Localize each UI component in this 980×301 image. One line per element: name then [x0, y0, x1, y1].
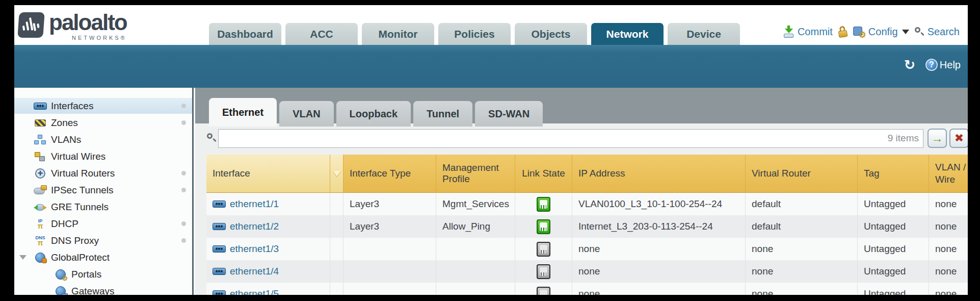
commit-button[interactable]: Commit	[783, 26, 833, 38]
sidebar-item-gateways[interactable]: Gateways	[14, 283, 192, 295]
dns-proxy-icon: DNSπ	[34, 235, 47, 246]
commit-label: Commit	[798, 26, 833, 38]
sidebar-item-ipsec-tunnels[interactable]: IPSec Tunnels	[14, 182, 192, 198]
interface-link[interactable]: ♠♠♠ethernet1/3	[213, 243, 279, 255]
sidebar-item-portals[interactable]: ⚙ Portals	[14, 266, 192, 282]
sort-triangle-icon	[333, 171, 341, 177]
sidebar-item-label: Zones	[51, 117, 78, 129]
sidebar-item-label: Virtual Routers	[51, 168, 115, 179]
ip-address-cell: none	[572, 238, 746, 260]
tab-loopback[interactable]: Loopback	[336, 101, 411, 127]
tab-device[interactable]: Device	[668, 23, 740, 45]
column-header-ip-address[interactable]: IP Address	[572, 155, 746, 193]
virtual-router-cell: default	[746, 215, 858, 238]
refresh-icon[interactable]: ↻	[904, 58, 915, 71]
sidebar-item-vlans[interactable]: VLANs	[14, 132, 192, 147]
sidebar-item-zones[interactable]: Zones	[14, 115, 192, 131]
ethernet-port-icon: ♠♠♠	[213, 200, 226, 208]
tag-cell: Untagged	[858, 283, 929, 295]
link-up-icon	[537, 219, 550, 234]
help-button[interactable]: ? Help	[925, 59, 961, 71]
interface-type-cell: Layer3	[343, 215, 436, 238]
config-menu-button[interactable]: ⚙ Config	[853, 26, 909, 38]
ip-address-cell: VLAN0100_L3_10-1-100-254--24	[572, 193, 746, 215]
management-profile-cell	[436, 283, 515, 295]
interface-type-cell: Layer3	[343, 193, 436, 215]
apply-filter-button[interactable]: →	[928, 129, 947, 148]
sidebar-item-label: Portals	[71, 269, 101, 280]
lock-button[interactable]	[838, 26, 848, 38]
management-profile-cell: Allow_Ping	[436, 215, 515, 238]
top-header: paloalto NETWORKS® Dashboard ACC Monitor…	[14, 5, 968, 45]
search-button[interactable]: Search	[914, 26, 960, 38]
tab-tunnel[interactable]: Tunnel	[413, 101, 472, 127]
filter-input[interactable]	[218, 129, 923, 148]
network-sidebar: ♠♠♠ Interfaces Zones VLANs Virtual Wires…	[14, 88, 194, 295]
interfaces-icon: ♠♠♠	[34, 101, 47, 112]
virtual-router-cell: none	[746, 238, 858, 260]
management-profile-cell: Mgmt_Services	[436, 193, 515, 215]
column-header-vlan-wire[interactable]: VLAN / VWire	[929, 155, 968, 193]
column-header-virtual-router[interactable]: Virtual Router	[746, 155, 858, 193]
interface-link[interactable]: ♠♠♠ethernet1/2	[213, 221, 279, 232]
panos-window: paloalto NETWORKS® Dashboard ACC Monitor…	[14, 5, 968, 295]
tab-vlan[interactable]: VLAN	[279, 101, 333, 127]
lock-icon	[837, 25, 849, 39]
ethernet-port-icon: ♠♠♠	[213, 268, 226, 275]
tab-acc[interactable]: ACC	[285, 23, 358, 45]
interface-link[interactable]: ♠♠♠ethernet1/1	[213, 198, 279, 210]
vlan-wire-cell: none	[929, 215, 968, 238]
sidebar-item-virtual-routers[interactable]: ✚ Virtual Routers	[14, 165, 192, 181]
sidebar-item-gre-tunnels[interactable]: GRE Tunnels	[14, 199, 192, 215]
sidebar-item-virtual-wires[interactable]: Virtual Wires	[14, 148, 192, 164]
column-header-link-state[interactable]: Link State	[515, 155, 572, 193]
vlans-icon	[34, 134, 47, 145]
ethernet-port-icon: ♠♠♠	[213, 290, 226, 295]
vlan-wire-cell: none	[929, 238, 968, 260]
ethernet-port-icon: ♠♠♠	[213, 245, 226, 253]
item-dot	[181, 120, 186, 125]
ethernet-interfaces-table: Interface Interface Type Management Prof…	[206, 155, 968, 295]
ethernet-port-icon: ♠♠♠	[213, 223, 226, 230]
teal-toolbar: ↻ ? Help	[14, 45, 968, 88]
virtual-router-cell: none	[746, 260, 858, 283]
item-dot	[181, 188, 186, 192]
sidebar-item-label: Virtual Wires	[51, 151, 105, 162]
tab-network[interactable]: Network	[591, 23, 664, 45]
tab-ethernet[interactable]: Ethernet	[209, 98, 277, 127]
ip-address-cell: none	[572, 283, 746, 295]
ipsec-tunnels-icon	[34, 185, 47, 196]
search-icon	[914, 27, 924, 37]
tab-objects[interactable]: Objects	[515, 23, 587, 45]
vlan-wire-cell: none	[929, 193, 968, 215]
link-down-icon	[537, 264, 550, 279]
brand-subname: NETWORKS®	[72, 35, 127, 41]
column-sort-dropdown[interactable]	[330, 155, 343, 193]
sidebar-item-globalprotect[interactable]: GlobalProtect	[14, 249, 192, 265]
vlan-wire-cell: none	[929, 260, 968, 283]
column-header-interface-type[interactable]: Interface Type	[343, 155, 436, 193]
item-dot	[181, 104, 186, 108]
sidebar-item-dns-proxy[interactable]: DNSπ DNS Proxy	[14, 233, 192, 248]
screenshot-frame: paloalto NETWORKS® Dashboard ACC Monitor…	[0, 0, 980, 301]
globalprotect-icon	[34, 252, 47, 263]
column-header-interface[interactable]: Interface	[206, 155, 330, 193]
sidebar-item-label: Gateways	[71, 286, 114, 295]
column-header-tag[interactable]: Tag	[858, 155, 929, 193]
sidebar-item-dhcp[interactable]: IPπ DHCP	[14, 216, 192, 232]
expand-triangle-icon[interactable]	[19, 255, 27, 260]
clear-filter-button[interactable]: ✖	[949, 129, 968, 148]
tag-cell: Untagged	[858, 260, 929, 283]
interface-link[interactable]: ♠♠♠ethernet1/4	[213, 266, 279, 277]
tab-dashboard[interactable]: Dashboard	[209, 23, 281, 45]
virtual-router-cell: default	[746, 193, 858, 215]
column-header-management-profile[interactable]: Management Profile	[436, 155, 515, 193]
sidebar-item-interfaces[interactable]: ♠♠♠ Interfaces	[14, 98, 192, 114]
gateways-icon	[54, 286, 67, 295]
interface-link[interactable]: ♠♠♠ethernet1/5	[213, 288, 279, 295]
main-content: Ethernet VLAN Loopback Tunnel SD-WAN 9 i…	[195, 88, 968, 295]
help-icon: ?	[925, 59, 938, 71]
tab-policies[interactable]: Policies	[438, 23, 511, 45]
tab-monitor[interactable]: Monitor	[362, 23, 434, 45]
tab-sdwan[interactable]: SD-WAN	[475, 101, 543, 127]
